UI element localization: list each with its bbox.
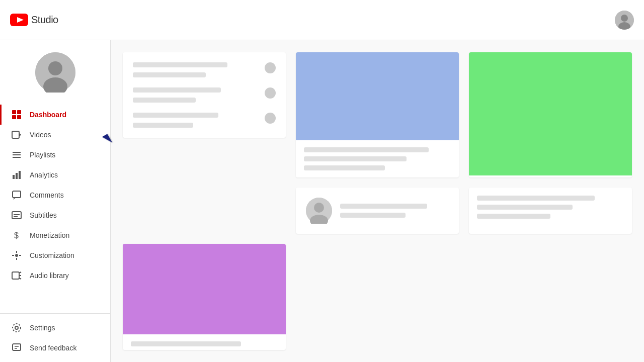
svg-rect-18 xyxy=(16,173,18,179)
card-7-text xyxy=(123,334,286,350)
videos-icon xyxy=(12,130,22,140)
dashboard-icon xyxy=(12,110,22,120)
header: Studio xyxy=(0,0,644,40)
studio-label: Studio xyxy=(31,14,58,26)
card-1-line-2 xyxy=(304,156,407,161)
channel-avatar[interactable] xyxy=(35,52,75,93)
audio-library-icon xyxy=(12,270,22,281)
sidebar-item-send-feedback[interactable]: Send feedback xyxy=(0,338,110,358)
user-avatar-header[interactable] xyxy=(615,11,634,30)
sidebar-item-label: Playlists xyxy=(30,151,55,159)
sidebar-item-videos[interactable]: Videos xyxy=(0,125,110,145)
sidebar-item-monetization[interactable]: $ Monetization xyxy=(0,225,110,245)
svg-rect-31 xyxy=(12,272,19,279)
card-7[interactable] xyxy=(123,244,286,350)
card-4[interactable] xyxy=(123,52,286,138)
sidebar-item-label: Monetization xyxy=(30,231,69,239)
card-7-image xyxy=(123,244,286,334)
card-6-line-1 xyxy=(477,196,595,201)
settings-icon xyxy=(12,323,22,333)
sidebar-item-label: Comments xyxy=(30,191,64,199)
youtube-icon xyxy=(10,14,28,26)
card-1-line-3 xyxy=(304,165,385,170)
sidebar-item-label: Send feedback xyxy=(30,344,76,352)
comments-icon xyxy=(12,190,22,200)
svg-point-41 xyxy=(314,203,324,213)
svg-point-35 xyxy=(15,326,18,329)
card-2[interactable] xyxy=(469,52,632,177)
svg-rect-20 xyxy=(13,191,21,198)
svg-marker-13 xyxy=(19,133,21,137)
sidebar-nav: Dashboard Videos xyxy=(0,101,110,313)
sidebar-item-subtitles[interactable]: Subtitles xyxy=(0,205,110,225)
svg-point-3 xyxy=(621,15,628,22)
card-3[interactable] xyxy=(296,188,459,234)
sidebar-item-settings[interactable]: Settings xyxy=(0,318,110,338)
right-column xyxy=(123,52,286,234)
svg-point-26 xyxy=(15,254,18,257)
sidebar-item-playlists[interactable]: Playlists xyxy=(0,145,110,165)
svg-rect-12 xyxy=(12,131,19,138)
playlists-icon xyxy=(12,150,22,160)
youtube-studio-logo[interactable]: Studio xyxy=(10,14,58,26)
svg-rect-19 xyxy=(19,171,21,179)
main-content xyxy=(111,40,644,362)
sidebar-item-label: Settings xyxy=(30,324,55,332)
sidebar-bottom: Settings Send feedback xyxy=(0,313,110,362)
sidebar-item-label: Subtitles xyxy=(30,211,57,219)
header-left: Studio xyxy=(10,14,58,26)
sidebar-item-customization[interactable]: Customization xyxy=(0,245,110,265)
sidebar-item-label: Analytics xyxy=(30,171,58,179)
analytics-icon xyxy=(12,170,22,180)
svg-rect-37 xyxy=(13,344,21,350)
card-1-image xyxy=(296,52,459,140)
card-4-circle xyxy=(265,62,276,73)
card-3-line-1 xyxy=(340,204,427,209)
card-7-line-1 xyxy=(131,341,241,346)
svg-text:$: $ xyxy=(14,231,19,240)
monetization-icon: $ xyxy=(12,230,22,240)
channel-avatar-icon xyxy=(35,52,75,93)
card-6-line-3 xyxy=(477,214,550,219)
sidebar-item-dashboard[interactable]: Dashboard xyxy=(0,105,110,125)
svg-point-36 xyxy=(13,324,21,332)
sidebar: Dashboard Videos xyxy=(0,40,111,362)
card-4-line-4 xyxy=(133,98,196,103)
sidebar-item-analytics[interactable]: Analytics xyxy=(0,165,110,185)
card-3-line-2 xyxy=(340,213,406,218)
sidebar-item-label: Audio library xyxy=(30,272,69,280)
card-4-circle-2 xyxy=(265,87,276,99)
user-avatar-icon xyxy=(615,11,634,30)
svg-rect-10 xyxy=(12,115,16,119)
customization-icon xyxy=(12,250,22,260)
svg-point-6 xyxy=(48,61,62,75)
card-1-line-1 xyxy=(304,147,429,152)
sidebar-item-label: Customization xyxy=(30,251,74,259)
card-4-line-2 xyxy=(133,72,206,77)
card-6-line-2 xyxy=(477,205,573,210)
svg-rect-17 xyxy=(13,175,15,179)
svg-rect-11 xyxy=(17,115,21,119)
sidebar-item-label: Videos xyxy=(30,131,51,139)
card-2-image xyxy=(469,52,632,175)
sidebar-item-label: Dashboard xyxy=(30,111,66,119)
sidebar-item-comments[interactable]: Comments xyxy=(0,185,110,205)
card-4-line-5 xyxy=(133,113,218,118)
card-1[interactable] xyxy=(296,52,459,177)
card-6[interactable] xyxy=(469,188,632,234)
card-6-text xyxy=(469,188,632,227)
card-3-lines xyxy=(340,204,449,218)
card-4-line-1 xyxy=(133,62,227,67)
main-layout: Dashboard Videos xyxy=(0,40,644,362)
svg-rect-8 xyxy=(12,110,16,114)
card-4-line-3 xyxy=(133,87,221,93)
sidebar-item-audio-library[interactable]: Audio library xyxy=(0,265,110,286)
feedback-icon xyxy=(12,343,22,353)
card-4-line-6 xyxy=(133,123,193,128)
card-3-avatar xyxy=(306,198,332,224)
sidebar-profile xyxy=(0,40,110,101)
card-1-text xyxy=(296,140,459,177)
subtitles-icon xyxy=(12,210,22,220)
card-3-avatar-icon xyxy=(306,198,332,224)
card-4-circle-3 xyxy=(265,113,276,124)
